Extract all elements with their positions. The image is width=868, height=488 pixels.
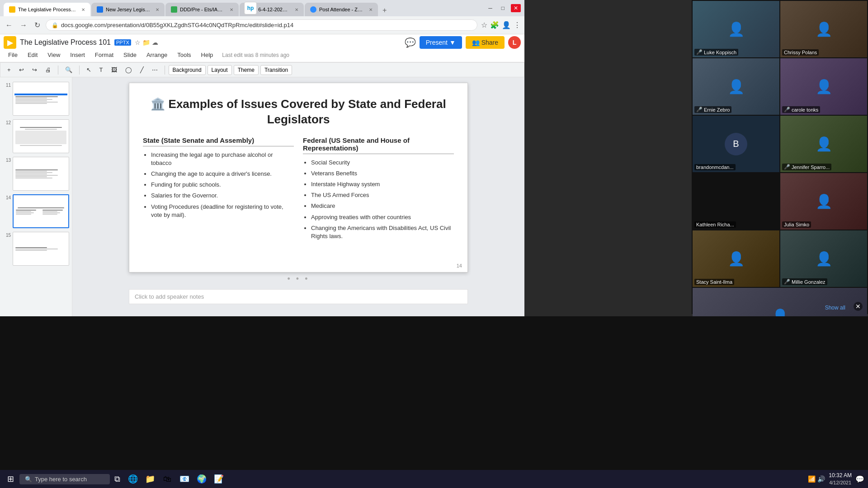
participant-tile-carole: 👤 🎤 carole tonks — [780, 58, 867, 115]
millie-mic-icon: 🎤 — [784, 279, 790, 285]
toolbar-textbox-btn[interactable]: T — [96, 65, 106, 75]
tab-label-1: The Legislative Process 101.ppt... — [18, 7, 77, 12]
slide-canvas: 🏛️ Examples of Issues Covered by State a… — [129, 83, 468, 272]
task-view-icon[interactable]: ⧉ — [112, 473, 123, 486]
slide-thumb-11[interactable]: 11 — [2, 81, 70, 117]
taskbar-app-mail[interactable]: 📧 — [176, 471, 193, 487]
menu-edit[interactable]: Edit — [23, 50, 42, 60]
luke-mic-icon: 🎤 — [696, 49, 703, 55]
toolbar-layout-btn[interactable]: Layout — [208, 65, 232, 75]
state-item-4: Voting Procedures (deadline for register… — [151, 203, 294, 219]
browser-tab-1[interactable]: The Legislative Process 101.ppt... ✕ — [4, 3, 90, 16]
federal-item-5: Approving treaties with other countries — [311, 213, 454, 221]
menu-view[interactable]: View — [43, 50, 65, 60]
taskbar-search[interactable]: 🔍 Type here to search — [19, 474, 110, 484]
toolbar-theme-btn[interactable]: Theme — [234, 65, 259, 75]
tab-close-5[interactable]: ✕ — [369, 7, 373, 12]
browser-titlebar: The Legislative Process 101.ppt... ✕ New… — [0, 0, 524, 16]
comment-button[interactable]: 💬 — [405, 37, 416, 48]
tab-close-3[interactable]: ✕ — [230, 7, 233, 12]
close-button[interactable]: ✕ — [511, 4, 521, 12]
star-icon[interactable]: ☆ — [135, 39, 141, 46]
toolbar-background-btn[interactable]: Background — [169, 65, 206, 75]
slide-img-13 — [13, 157, 69, 191]
jennifer-name: 🎤 Jennifer Sparro... — [782, 164, 831, 170]
toolbar-zoom-out-btn[interactable]: 🔍 — [62, 65, 75, 75]
browser-toolbar-icons: ☆ 🧩 👤 ⋮ — [481, 21, 521, 29]
menu-format[interactable]: Format — [90, 50, 118, 60]
start-button[interactable]: ⊞ — [4, 472, 18, 486]
forward-button[interactable]: → — [18, 19, 29, 31]
slide-img-15 — [13, 232, 69, 266]
browser-window-controls: ─ □ ✕ — [486, 4, 521, 12]
address-text: docs.google.com/presentation/d/0B55gXKLZ… — [61, 22, 293, 28]
taskbar-app-icons: 🌐 📁 🛍 📧 🌍 📝 — [125, 471, 227, 487]
tab-close-2[interactable]: ✕ — [156, 7, 159, 12]
minimize-button[interactable]: ─ — [486, 4, 495, 12]
toolbar-add-btn[interactable]: + — [4, 65, 14, 75]
participant-tile-jennifer: 👤 🎤 Jennifer Sparro... — [780, 116, 867, 172]
slides-appbar: ▶ The Legislative Process 101 PPTX ☆ 📁 ☁… — [0, 34, 524, 62]
show-all-link[interactable]: Show all — [825, 305, 845, 311]
back-button[interactable]: ← — [4, 19, 14, 31]
participant-grid: 👤 🎤 Luke Koppisch 👤 Chrissy Polans 👤 🎤 E… — [692, 0, 868, 314]
browser-toolbar: ← → ↻ 🔒 docs.google.com/presentation/d/0… — [0, 16, 524, 34]
browser-tab-2[interactable]: New Jersey Legislature ✕ — [91, 3, 165, 16]
present-label: Present — [426, 39, 448, 46]
close-zoom-btn[interactable]: ✕ — [854, 302, 863, 311]
slide-thumb-12[interactable]: 12 — [2, 118, 70, 154]
menu-file[interactable]: File — [4, 50, 22, 60]
extensions-icon[interactable]: 🧩 — [490, 21, 499, 29]
clock-time: 10:32 AM — [829, 472, 852, 479]
slide-thumb-14[interactable]: 14 — [2, 193, 70, 229]
toolbar-undo-btn[interactable]: ↩ — [16, 65, 27, 75]
toolbar-image-btn[interactable]: 🖼 — [108, 65, 120, 75]
federal-item-6: Changing the Americans with Disabilities… — [311, 224, 454, 240]
refresh-button[interactable]: ↻ — [33, 19, 42, 31]
speaker-notes[interactable]: Click to add speaker notes — [129, 289, 468, 304]
settings-icon[interactable]: ⋮ — [514, 21, 521, 29]
cloud-icon[interactable]: ☁ — [152, 39, 158, 46]
toolbar-transition-btn[interactable]: Transition — [260, 65, 292, 75]
federal-item-4: Medicare — [311, 202, 454, 210]
toolbar-redo-btn[interactable]: ↪ — [29, 65, 40, 75]
user-avatar[interactable]: L — [508, 36, 521, 49]
slides-logo: ▶ — [4, 36, 16, 49]
menu-tools[interactable]: Tools — [173, 50, 195, 60]
taskbar-app-word[interactable]: 📝 — [211, 471, 227, 487]
slide-thumb-13[interactable]: 13 — [2, 156, 70, 192]
participant-tile-chrissy: 👤 Chrissy Polans — [780, 1, 867, 57]
folder-icon[interactable]: 📁 — [142, 39, 150, 46]
toolbar-cursor-btn[interactable]: ↖ — [83, 65, 94, 75]
state-item-3: Salaries for the Governor. — [151, 192, 294, 200]
toolbar-more-btn[interactable]: ⋯ — [149, 65, 161, 75]
present-button[interactable]: Present ▼ — [420, 36, 462, 49]
slides-title-row: ▶ The Legislative Process 101 PPTX ☆ 📁 ☁… — [4, 36, 521, 49]
taskbar-sys-icons: 📶 🔊 — [808, 475, 825, 483]
toolbar-print-btn[interactable]: 🖨 — [42, 65, 54, 75]
tab-favicon-slides — [9, 6, 15, 13]
browser-tab-3[interactable]: DDD/Pre - Ets/IAAW Consumer ... ✕ — [165, 3, 239, 16]
bookmark-icon[interactable]: ☆ — [481, 21, 487, 29]
tab-close-1[interactable]: ✕ — [81, 7, 85, 12]
browser-tab-5[interactable]: Post Attendee - Zoom ✕ — [305, 3, 378, 16]
notification-icon[interactable]: 💬 — [855, 475, 864, 483]
taskbar-app-browser[interactable]: 🌍 — [193, 471, 210, 487]
taskbar-app-explorer[interactable]: 📁 — [142, 471, 158, 487]
new-tab-button[interactable]: + — [379, 5, 390, 16]
maximize-button[interactable]: □ — [499, 4, 507, 12]
toolbar-shape-btn[interactable]: ◯ — [122, 65, 135, 75]
taskbar-app-store[interactable]: 🛍 — [159, 471, 175, 487]
address-bar[interactable]: 🔒 docs.google.com/presentation/d/0B55gXK… — [46, 19, 477, 31]
tab-close-4[interactable]: ✕ — [295, 7, 298, 12]
menu-arrange[interactable]: Arrange — [142, 50, 172, 60]
share-button[interactable]: 👥 Share — [466, 36, 505, 49]
slides-title-icons: ☆ 📁 ☁ — [135, 39, 158, 46]
menu-slide[interactable]: Slide — [119, 50, 141, 60]
profile-icon[interactable]: 👤 — [502, 21, 511, 29]
slide-thumb-15[interactable]: 15 — [2, 231, 70, 267]
toolbar-line-btn[interactable]: ╱ — [137, 65, 147, 75]
menu-insert[interactable]: Insert — [66, 50, 90, 60]
menu-help[interactable]: Help — [197, 50, 218, 60]
taskbar-app-edge[interactable]: 🌐 — [125, 471, 141, 487]
